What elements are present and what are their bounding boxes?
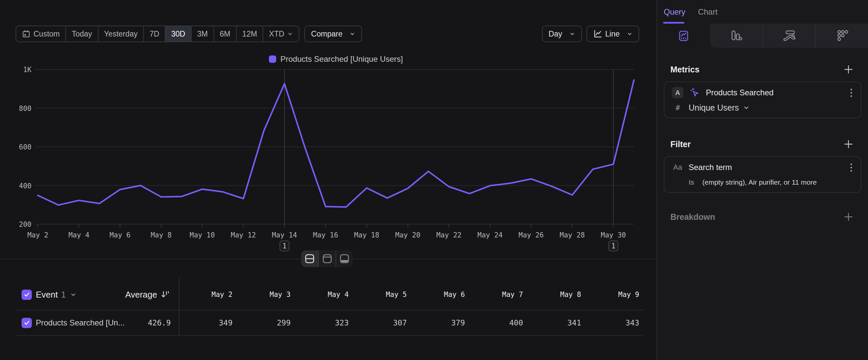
table-value: 349 [179, 319, 237, 327]
metric-card[interactable]: A Products Searched # Unique Users [664, 81, 861, 118]
range-6m-button[interactable]: 6M [214, 26, 236, 41]
event-header-label[interactable]: Event [36, 289, 58, 300]
event-count: 1 [61, 290, 66, 300]
range-custom-button[interactable]: Custom [16, 26, 65, 41]
calendar-icon [22, 30, 31, 38]
range-3m-button[interactable]: 3M [191, 26, 214, 41]
chevron-down-icon[interactable] [70, 291, 77, 298]
range-12m-button[interactable]: 12M [236, 26, 263, 41]
filter-value[interactable]: (empty string), Air purifier, or 11 more [702, 178, 816, 186]
date-column-header[interactable]: May 2 [179, 290, 237, 299]
range-today-button[interactable]: Today [65, 26, 97, 41]
annotation-badge-label: 1 [611, 242, 616, 250]
chart-type-button[interactable]: Line [587, 26, 639, 42]
layout-chart-button[interactable] [318, 250, 336, 267]
x-axis-label: May 8 [151, 231, 172, 239]
retention-icon [835, 29, 848, 43]
y-axis-label: 1K [23, 66, 32, 74]
check-icon [24, 320, 30, 326]
date-column-header[interactable]: May 3 [237, 290, 295, 299]
chart-type-label: Line [606, 30, 620, 38]
metrics-section-header: Metrics [671, 64, 854, 75]
metric-row: A Products Searched [672, 87, 854, 98]
range-30d-button[interactable]: 30D [165, 26, 191, 41]
granularity-button[interactable]: Day [542, 26, 582, 42]
event-checkbox[interactable] [22, 289, 32, 300]
compare-button[interactable]: Compare [304, 26, 362, 42]
tab-chart[interactable]: Chart [698, 7, 717, 17]
range-yesterday-button[interactable]: Yesterday [98, 26, 143, 41]
chart-view-icon [322, 254, 332, 264]
aggregation-label[interactable]: Unique Users [689, 103, 739, 113]
event-cursor-icon [689, 87, 700, 98]
table-header-row: Event 1 Average May 2May 3May 4May 5May … [0, 280, 657, 309]
main-panel: CustomTodayYesterday7D30D3M6M12MXTD Comp… [0, 0, 656, 360]
date-column-header[interactable]: May 4 [296, 290, 353, 299]
x-axis-label: May 2 [27, 231, 48, 239]
filter-operator[interactable]: Is [689, 178, 694, 186]
x-axis-label: May 16 [313, 231, 338, 239]
date-column-header[interactable]: May 7 [469, 290, 527, 299]
x-axis-label: May 12 [231, 231, 256, 239]
active-tab-underline [663, 22, 684, 24]
series-line[interactable] [38, 80, 634, 207]
metric-menu-button[interactable] [849, 87, 854, 98]
granularity-label: Day [549, 30, 562, 38]
y-axis-label: 200 [19, 221, 31, 228]
chevron-down-icon [569, 31, 575, 37]
filter-menu-button[interactable] [849, 162, 854, 173]
date-column-header[interactable]: May 5 [353, 290, 411, 299]
filter-title: Filter [671, 139, 843, 149]
tab-query[interactable]: Query [664, 7, 685, 17]
row-checkbox[interactable] [22, 318, 32, 328]
table-date-headers: May 2May 3May 4May 5May 6May 7May 8May 9 [179, 290, 644, 299]
table-value: 343 [586, 319, 644, 327]
date-column-header[interactable]: May 6 [411, 290, 469, 299]
add-breakdown-button[interactable] [843, 212, 854, 222]
range-7d-button[interactable]: 7D [143, 26, 165, 41]
chart-legend: Products Searched [Unique Users] [38, 54, 634, 64]
report-type-tabs [657, 24, 868, 48]
x-axis-label: May 26 [519, 231, 544, 239]
chart-controls: Day Line [542, 26, 639, 42]
filter-property-name[interactable]: Search term [689, 163, 732, 172]
report-type-tabs-rest [710, 24, 868, 48]
tab-insights[interactable] [657, 24, 710, 48]
chevron-down-icon [287, 31, 293, 37]
y-axis-label: 600 [19, 143, 31, 151]
tab-funnels[interactable] [710, 24, 762, 48]
x-axis-label: May 10 [190, 231, 215, 239]
metric-name[interactable]: Products Searched [706, 88, 774, 97]
layout-table-button[interactable] [336, 250, 353, 267]
table-value: 307 [353, 319, 411, 327]
aggregation-prefix: # [672, 104, 683, 112]
tab-flows[interactable] [762, 24, 815, 48]
chevron-down-icon [349, 31, 355, 37]
sort-icon[interactable] [160, 290, 170, 299]
table-row: Products Searched [Un... 426.9 349299323… [0, 311, 657, 335]
breakdown-title: Breakdown [671, 212, 843, 222]
layout-split-button[interactable] [301, 250, 318, 267]
filter-section-header: Filter [671, 139, 854, 149]
layout-toggle [301, 250, 353, 267]
toolbar: CustomTodayYesterday7D30D3M6M12MXTD Comp… [16, 26, 639, 42]
filter-condition-row[interactable]: Is (empty string), Air purifier, or 11 m… [672, 177, 854, 187]
insights-icon [678, 30, 690, 42]
legend-swatch [269, 55, 276, 63]
date-column-header[interactable]: May 9 [586, 290, 644, 299]
line-chart[interactable]: 2004006008001KMay 2May 4May 6May 8May 10… [0, 63, 657, 271]
date-range-group: CustomTodayYesterday7D30D3M6M12MXTD [16, 26, 300, 42]
line-chart-icon [593, 29, 602, 38]
tab-retention[interactable] [815, 24, 868, 48]
metric-aggregation-row[interactable]: # Unique Users [672, 103, 854, 113]
date-column-header[interactable]: May 8 [528, 290, 586, 299]
add-filter-button[interactable] [843, 139, 854, 149]
range-xtd-button[interactable]: XTD [262, 26, 299, 41]
average-header[interactable]: Average [80, 289, 170, 300]
table-value: 341 [528, 319, 586, 327]
table-view-icon [340, 254, 349, 264]
table-header-border [16, 310, 644, 310]
add-metric-button[interactable] [843, 64, 854, 74]
table-row-border [16, 335, 644, 336]
filter-card[interactable]: Aa Search term Is (empty string), Air pu… [664, 156, 861, 193]
